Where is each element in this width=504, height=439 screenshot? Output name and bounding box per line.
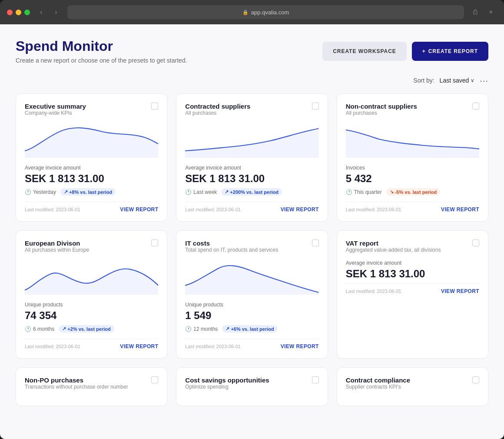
metric-value: 1 549 <box>185 309 318 322</box>
metric-label: Average invoice amount <box>185 165 318 171</box>
back-button[interactable]: ‹ <box>35 6 47 18</box>
card-cost-savings: Cost savings opportunities Optimize spen… <box>176 367 328 406</box>
card-subtitle: All purchases <box>185 110 250 116</box>
last-modified: Last modified: 2023-06-01 <box>25 207 80 212</box>
card-checkbox[interactable] <box>312 239 319 246</box>
card-title: Executive summary <box>25 103 86 110</box>
card-vat-report: VAT report Aggregated value-added tax, a… <box>337 230 488 359</box>
card-non-po-purchases: Non-PO purchases Transactions without pu… <box>16 367 167 406</box>
forward-button[interactable]: › <box>50 6 62 18</box>
clock-icon: 🕐 <box>346 189 352 195</box>
view-report-button[interactable]: VIEW REPORT <box>120 206 158 213</box>
metric-value: 5 432 <box>346 173 479 185</box>
card-footer: Last modified: 2023-06-01 VIEW REPORT <box>25 339 158 349</box>
clock-icon: 🕐 <box>185 189 192 195</box>
card-header: VAT report Aggregated value-added tax, a… <box>346 239 479 258</box>
card-contract-compliance: Contract compliance Supplier contracts K… <box>337 367 488 406</box>
last-modified: Last modified: 2023-06-01 <box>346 289 401 294</box>
card-footer: Last modified: 2023-06-01 VIEW REPORT <box>185 339 318 349</box>
clock-icon: 🕐 <box>25 326 31 332</box>
card-header: Non-contract suppliers All purchases <box>346 103 479 121</box>
chevron-down-icon: ∨ <box>471 77 474 83</box>
card-executive-summary: Executive summary Company-wide KPIs Aver… <box>16 93 167 222</box>
last-modified: Last modified: 2023-06-01 <box>25 344 80 349</box>
time-period: 🕐 Last week <box>185 189 217 195</box>
view-report-button[interactable]: VIEW REPORT <box>281 206 319 213</box>
card-title: Non-PO purchases <box>25 376 128 384</box>
card-subtitle: Total spend on IT, products and services <box>185 247 278 253</box>
card-european-division: European Divison All purchases within Eu… <box>16 230 167 359</box>
sort-label: Sort by: <box>413 77 434 84</box>
change-badge: ↘ -5% vs. last period <box>386 188 441 196</box>
clock-icon: 🕐 <box>185 326 192 332</box>
metric-label: Average invoice amount <box>346 260 479 266</box>
plus-icon: + <box>422 48 426 54</box>
close-button[interactable] <box>7 10 13 15</box>
view-report-button[interactable]: VIEW REPORT <box>281 343 319 349</box>
card-footer: Last modified: 2023-06-01 VIEW REPORT <box>25 202 158 213</box>
create-workspace-button[interactable]: CREATE WORKSPACE <box>322 42 407 61</box>
card-checkbox[interactable] <box>312 103 319 110</box>
header-actions: CREATE WORKSPACE + CREATE REPORT <box>322 42 488 61</box>
trend-arrow-icon: ↗ <box>64 189 68 195</box>
page-content: Spend Monitor Create a new report or cho… <box>0 24 504 439</box>
card-subtitle: All purchases <box>346 110 417 116</box>
create-report-button[interactable]: + CREATE REPORT <box>412 42 488 61</box>
card-title: VAT report <box>346 239 441 247</box>
fullscreen-button[interactable] <box>24 10 30 15</box>
change-badge: ↗ +8% vs. last period <box>60 188 116 196</box>
card-header: IT costs Total spend on IT, products and… <box>185 239 318 258</box>
page-header: Spend Monitor Create a new report or cho… <box>16 38 488 64</box>
chart-area <box>25 260 158 295</box>
last-modified: Last modified: 2023-06-01 <box>185 207 241 212</box>
time-period: 🕐 6 months <box>25 326 54 332</box>
card-title: IT costs <box>185 239 278 247</box>
card-non-contract-suppliers: Non-contract suppliers All purchases Inv… <box>337 93 488 222</box>
card-footer: Last modified: 2023-06-01 VIEW REPORT <box>346 202 479 213</box>
card-checkbox[interactable] <box>472 103 479 110</box>
more-options-button[interactable]: ··· <box>480 76 488 85</box>
card-checkbox[interactable] <box>472 239 479 246</box>
cards-grid: Executive summary Company-wide KPIs Aver… <box>16 93 488 406</box>
browser-chrome: ‹ › 🔒 app.qvalia.com ⎙ + <box>0 0 504 24</box>
card-checkbox[interactable] <box>151 376 158 383</box>
card-subtitle: Optimize spending <box>185 384 269 390</box>
view-report-button[interactable]: VIEW REPORT <box>120 343 158 349</box>
lock-icon: 🔒 <box>242 10 249 15</box>
metric-label: Unique products <box>185 302 318 308</box>
card-it-costs: IT costs Total spend on IT, products and… <box>176 230 328 359</box>
card-checkbox[interactable] <box>151 239 158 246</box>
sort-select[interactable]: Last saved ∨ <box>440 77 475 84</box>
browser-actions: ⎙ + <box>469 6 497 18</box>
card-title: Contracted suppliers <box>185 103 250 110</box>
create-report-label: CREATE REPORT <box>428 48 478 54</box>
page-title: Spend Monitor <box>16 38 187 54</box>
clock-icon: 🕐 <box>25 189 31 195</box>
minimize-button[interactable] <box>16 10 21 15</box>
browser-window: ‹ › 🔒 app.qvalia.com ⎙ + Spend Monitor C… <box>0 0 504 439</box>
address-bar[interactable]: 🔒 app.qvalia.com <box>67 5 464 19</box>
trend-arrow-icon: ↗ <box>62 326 66 332</box>
card-header: Non-PO purchases Transactions without pu… <box>25 376 158 395</box>
card-subtitle: Supplier contracts KPI's <box>346 384 410 390</box>
card-meta: 🕐 Yesterday ↗ +8% vs. last period <box>25 188 158 196</box>
view-report-button[interactable]: VIEW REPORT <box>441 288 479 294</box>
sort-value: Last saved <box>440 77 469 84</box>
card-checkbox[interactable] <box>151 103 158 110</box>
view-report-button[interactable]: VIEW REPORT <box>441 206 479 213</box>
share-button[interactable]: ⎙ <box>469 6 481 18</box>
new-tab-button[interactable]: + <box>485 6 497 18</box>
card-checkbox[interactable] <box>472 376 479 383</box>
page-subtitle: Create a new report or choose one of the… <box>16 57 187 64</box>
trend-arrow-icon: ↘ <box>390 189 394 195</box>
card-contracted-suppliers: Contracted suppliers All purchases Avera… <box>176 93 328 222</box>
change-badge: ↗ +6% vs. last period <box>222 325 277 333</box>
card-header: Contracted suppliers All purchases <box>185 103 318 121</box>
chart-area <box>25 123 158 158</box>
card-meta: 🕐 This quarter ↘ -5% vs. last period <box>346 188 479 196</box>
card-checkbox[interactable] <box>312 376 319 383</box>
metric-value: SEK 1 813 31.00 <box>185 173 318 185</box>
time-period: 🕐 This quarter <box>346 189 382 195</box>
metric-value: SEK 1 813 31.00 <box>346 268 479 280</box>
change-badge: ↗ +200% vs. last period <box>221 188 282 196</box>
